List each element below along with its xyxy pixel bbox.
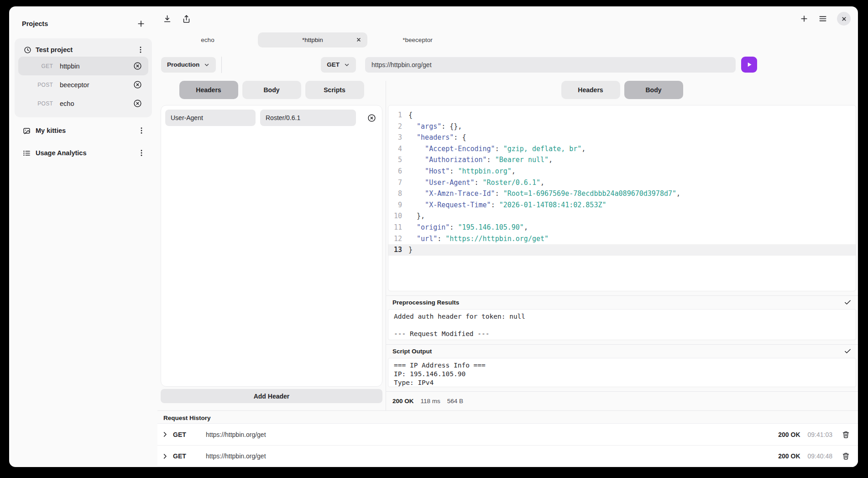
tab-httpbin[interactable]: *httpbin xyxy=(258,32,367,47)
tab-close-button[interactable] xyxy=(356,32,361,47)
line-number: 13 xyxy=(388,244,408,256)
code-line: 12 "url": "https://httpbin.org/get" xyxy=(388,233,856,245)
hamburger-icon xyxy=(818,14,827,23)
kebab-icon xyxy=(137,149,146,157)
method-label: POST xyxy=(18,100,53,107)
tab-beeceptor[interactable]: *beeceptor xyxy=(367,32,468,47)
code-text: "args": {}, xyxy=(408,121,462,132)
delete-history-button[interactable] xyxy=(842,431,850,439)
preprocessing-title: Preprocessing Results xyxy=(392,299,459,306)
trash-icon xyxy=(842,452,850,460)
close-icon xyxy=(841,16,847,22)
remove-request-button[interactable] xyxy=(133,99,142,108)
sidebar-item-label: Usage Analytics xyxy=(36,149,86,157)
send-button[interactable] xyxy=(741,57,757,73)
history-method: GET xyxy=(173,452,194,460)
code-line: 5 "Authorization": "Bearer null", xyxy=(388,154,856,166)
section-menu-button[interactable] xyxy=(137,149,146,157)
code-line: 3 "headers": { xyxy=(388,132,856,143)
add-project-button[interactable] xyxy=(136,19,146,28)
environment-label: Production xyxy=(167,61,199,68)
method-label: GET xyxy=(18,63,53,69)
project-group: Test project GEThttpbinPOSTbeeceptorPOST… xyxy=(15,38,152,117)
import-button[interactable] xyxy=(163,15,172,23)
code-text: "Authorization": "Bearer null", xyxy=(408,154,553,166)
line-number: 2 xyxy=(388,121,408,132)
environment-selector[interactable]: Production xyxy=(161,57,216,73)
script-output[interactable]: === IP Address Info === IP: 195.146.105.… xyxy=(388,358,856,387)
projects-title: Projects xyxy=(22,20,48,27)
tab-label: *httpbin xyxy=(302,37,323,43)
request-item-echo[interactable]: POSTecho xyxy=(18,94,148,113)
kebab-icon xyxy=(137,126,146,135)
close-icon xyxy=(356,37,361,42)
add-header-button[interactable]: Add Header xyxy=(161,389,382,403)
code-text: "X-Amzn-Trace-Id": "Root=1-6967569e-78ec… xyxy=(408,188,680,200)
code-text: "headers": { xyxy=(408,132,466,143)
tab-label: echo xyxy=(201,37,214,43)
delete-history-button[interactable] xyxy=(842,452,850,460)
request-tab-body[interactable]: Body xyxy=(242,81,301,99)
check-icon xyxy=(844,347,852,355)
sidebar-item-label: My kitties xyxy=(36,127,66,134)
tab-strip: echo*httpbin*beeceptor xyxy=(157,32,858,47)
line-number: 5 xyxy=(388,154,408,166)
toolbar xyxy=(157,11,858,26)
request-panel-tabs: HeadersBodyScripts xyxy=(157,81,386,99)
header-key-input[interactable] xyxy=(165,110,256,126)
method-selector[interactable]: GET xyxy=(321,57,356,73)
response-tab-body[interactable]: Body xyxy=(624,81,683,99)
history-time: 09:41:03 xyxy=(808,431,833,438)
code-line: 11 "origin": "195.146.105.90", xyxy=(388,222,856,233)
request-tab-headers[interactable]: Headers xyxy=(179,81,238,99)
line-number: 8 xyxy=(388,188,408,200)
kebab-icon xyxy=(136,46,145,54)
expand-history-button[interactable] xyxy=(162,453,168,460)
project-name: Test project xyxy=(36,46,73,53)
code-text: "origin": "195.146.105.90", xyxy=(408,222,528,233)
history-row[interactable]: GEThttps://httpbin.org/get200 OK09:40:48 xyxy=(157,445,858,467)
code-text: { xyxy=(408,110,413,121)
history-row[interactable]: GEThttps://httpbin.org/get200 OK09:41:03 xyxy=(157,424,858,445)
new-tab-button[interactable] xyxy=(800,14,809,23)
method-label: GET xyxy=(327,61,340,68)
image-icon xyxy=(23,127,31,135)
request-item-beeceptor[interactable]: POSTbeeceptor xyxy=(18,75,148,94)
request-tab-scripts[interactable]: Scripts xyxy=(305,81,364,99)
header-value-input[interactable] xyxy=(260,110,356,126)
code-line: 4 "Accept-Encoding": "gzip, deflate, br"… xyxy=(388,143,856,155)
method-label: POST xyxy=(18,82,53,88)
request-item-httpbin[interactable]: GEThttpbin xyxy=(18,57,148,75)
menu-button[interactable] xyxy=(818,14,827,23)
code-text: "Host": "httpbin.org", xyxy=(408,166,516,177)
expand-history-button[interactable] xyxy=(162,431,168,438)
project-menu-button[interactable] xyxy=(136,46,145,54)
history-method: GET xyxy=(173,431,194,438)
code-text: "Accept-Encoding": "gzip, deflate, br", xyxy=(408,143,586,155)
remove-request-button[interactable] xyxy=(133,62,142,70)
sidebar-item-usage-analytics[interactable]: Usage Analytics xyxy=(9,144,157,162)
section-menu-button[interactable] xyxy=(137,126,146,135)
expand-chevron-icon xyxy=(162,431,168,438)
response-panel-tabs: HeadersBody xyxy=(386,81,858,99)
request-history: Request History GEThttps://httpbin.org/g… xyxy=(157,410,858,467)
sidebar-sections: My kittiesUsage Analytics xyxy=(9,121,157,162)
close-window-button[interactable] xyxy=(837,12,851,26)
response-tab-headers[interactable]: Headers xyxy=(561,81,620,99)
clock-icon xyxy=(24,46,31,54)
circle-x-icon xyxy=(133,80,142,89)
sidebar-item-my-kitties[interactable]: My kitties xyxy=(9,121,157,140)
remove-header-button[interactable] xyxy=(367,114,376,122)
response-body-editor[interactable]: 1{2 "args": {},3 "headers": {4 "Accept-E… xyxy=(388,105,856,291)
code-line: 2 "args": {}, xyxy=(388,121,856,132)
expand-chevron-icon xyxy=(162,453,168,460)
preprocessing-output[interactable]: Added auth header for token: null --- Re… xyxy=(388,309,856,340)
url-input[interactable] xyxy=(365,57,736,73)
plus-icon xyxy=(800,14,809,23)
sidebar: Projects Test project GEThttpbinPOSTbeec… xyxy=(9,6,157,467)
remove-request-button[interactable] xyxy=(133,80,142,89)
tab-echo[interactable]: echo xyxy=(157,32,258,47)
app-window: Projects Test project GEThttpbinPOSTbeec… xyxy=(9,6,858,467)
export-button[interactable] xyxy=(182,15,191,23)
main-area: echo*httpbin*beeceptor Production GET He… xyxy=(157,6,858,467)
